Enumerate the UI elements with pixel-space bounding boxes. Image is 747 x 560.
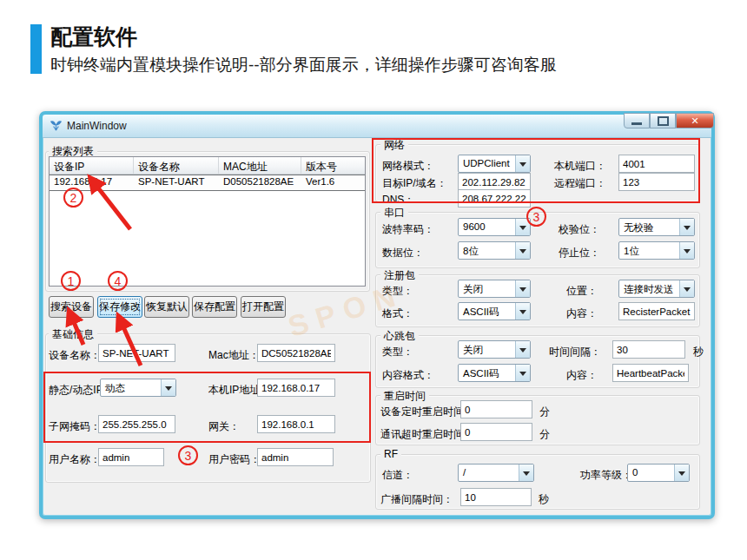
- broadcast-interval-unit: 秒: [539, 492, 549, 507]
- ip-mode-value: 动态: [101, 379, 161, 396]
- page-title: 配置软件: [50, 23, 137, 51]
- stop-bits-value: 1位: [619, 242, 679, 259]
- local-ip-field[interactable]: [257, 379, 335, 397]
- local-port-label: 本机端口：: [554, 159, 606, 174]
- column-header-mac[interactable]: MAC地址: [219, 157, 301, 175]
- network-mode-select[interactable]: UDPClient: [458, 155, 531, 173]
- target-ip-field[interactable]: [458, 173, 531, 191]
- register-content-field[interactable]: [618, 302, 695, 320]
- interval-label: 时间间隔：: [549, 345, 601, 359]
- cell-version[interactable]: Ver1.6: [301, 175, 365, 189]
- subnet-field[interactable]: [98, 415, 175, 433]
- baud-select[interactable]: 9600: [458, 218, 531, 236]
- chevron-down-icon[interactable]: [515, 341, 530, 358]
- timed-restart-field[interactable]: [460, 400, 532, 418]
- column-header-device-ip[interactable]: 设备IP: [50, 157, 134, 175]
- network-mode-label: 网络模式：: [382, 159, 434, 174]
- dns-field[interactable]: [458, 189, 531, 208]
- search-device-button[interactable]: 搜索设备: [49, 296, 94, 318]
- heartbeat-content-label: 内容：: [566, 368, 598, 383]
- timed-restart-unit: 分: [539, 405, 550, 419]
- parity-value: 无校验: [619, 219, 679, 235]
- device-name-field[interactable]: [98, 344, 175, 362]
- register-position-value: 连接时发送: [619, 280, 679, 297]
- save-changes-button[interactable]: 保存修改: [97, 296, 142, 318]
- channel-select[interactable]: /: [458, 464, 534, 482]
- restart-title: 重启时间: [380, 389, 429, 404]
- chevron-down-icon[interactable]: [679, 280, 694, 297]
- stop-bits-label: 停止位：: [559, 246, 600, 260]
- save-config-button[interactable]: 保存配置: [192, 296, 237, 318]
- power-level-value: 0: [628, 464, 674, 481]
- chevron-down-icon[interactable]: [161, 379, 175, 396]
- open-config-button[interactable]: 打开配置: [241, 296, 286, 318]
- ip-mode-select[interactable]: 动态: [100, 379, 176, 397]
- register-position-select[interactable]: 连接时发送: [618, 280, 695, 298]
- chevron-down-icon[interactable]: [515, 303, 530, 320]
- data-bits-label: 数据位：: [382, 246, 424, 260]
- chevron-down-icon[interactable]: [519, 464, 533, 481]
- register-type-select[interactable]: 关闭: [458, 280, 531, 298]
- maximize-icon: [658, 116, 669, 126]
- power-level-select[interactable]: 0: [627, 464, 690, 482]
- minimize-button[interactable]: [624, 113, 650, 128]
- interval-unit: 秒: [693, 345, 704, 359]
- window-titlebar[interactable]: [43, 115, 711, 138]
- heartbeat-type-value: 关闭: [459, 341, 515, 358]
- baud-label: 波特率码：: [382, 222, 434, 237]
- chevron-down-icon[interactable]: [515, 242, 530, 259]
- register-position-label: 位置：: [566, 284, 598, 299]
- password-field[interactable]: [257, 448, 334, 466]
- gateway-field[interactable]: [257, 415, 335, 433]
- local-port-field[interactable]: [618, 155, 695, 173]
- remote-port-label: 远程端口：: [554, 176, 606, 191]
- heartbeat-type-label: 类型：: [382, 345, 413, 359]
- target-ip-label: 目标IP/域名：: [382, 176, 447, 191]
- chevron-down-icon[interactable]: [679, 242, 694, 259]
- heartbeat-format-value: ASCII码: [459, 365, 515, 381]
- broadcast-interval-label: 广播间隔时间：: [380, 492, 453, 507]
- timeout-restart-field[interactable]: [460, 423, 532, 441]
- maximize-button[interactable]: [650, 113, 676, 128]
- register-format-value: ASCII码: [459, 303, 515, 320]
- chevron-down-icon[interactable]: [515, 219, 530, 235]
- column-header-device-name[interactable]: 设备名称: [134, 157, 219, 175]
- username-field[interactable]: [98, 448, 164, 466]
- interval-field[interactable]: [612, 340, 685, 359]
- chevron-down-icon[interactable]: [674, 464, 689, 481]
- close-icon: ✕: [691, 115, 698, 127]
- heartbeat-format-select[interactable]: ASCII码: [458, 364, 531, 382]
- serial-title: 串口: [380, 206, 408, 221]
- cell-device-ip[interactable]: 192.168.0.17: [50, 175, 134, 189]
- device-name-label: 设备名称：: [49, 348, 101, 363]
- chevron-down-icon[interactable]: [515, 365, 530, 381]
- register-format-select[interactable]: ASCII码: [458, 302, 531, 320]
- basic-info-title: 基础信息: [49, 327, 97, 342]
- accent-bar: [30, 24, 42, 74]
- close-button[interactable]: ✕: [676, 113, 714, 128]
- heartbeat-content-field[interactable]: [612, 364, 689, 382]
- mac-field[interactable]: [257, 344, 335, 362]
- rf-title: RF: [380, 448, 401, 460]
- stop-bits-select[interactable]: 1位: [618, 241, 695, 260]
- power-level-label: 功率等级：: [580, 468, 632, 483]
- chevron-down-icon[interactable]: [679, 219, 694, 235]
- parity-select[interactable]: 无校验: [618, 218, 695, 236]
- broadcast-interval-field[interactable]: [460, 488, 532, 506]
- cell-device-name[interactable]: SP-NET-UART: [134, 175, 219, 189]
- mac-label: Mac地址：: [208, 348, 260, 363]
- register-title: 注册包: [380, 268, 419, 283]
- heartbeat-type-select[interactable]: 关闭: [458, 340, 531, 359]
- page-subtitle: 时钟终端内置模块操作说明--部分界面展示，详细操作步骤可咨询客服: [50, 54, 557, 76]
- channel-label: 信道：: [382, 468, 413, 483]
- device-table: 设备IP 设备名称 MAC地址 版本号 192.168.0.17 SP-NET-…: [49, 156, 366, 287]
- baud-value: 9600: [459, 219, 515, 235]
- restore-default-button[interactable]: 恢复默认: [144, 296, 189, 318]
- username-label: 用户名称：: [49, 452, 101, 467]
- data-bits-select[interactable]: 8位: [458, 241, 531, 260]
- chevron-down-icon[interactable]: [515, 280, 530, 297]
- chevron-down-icon[interactable]: [515, 155, 530, 172]
- remote-port-field[interactable]: [618, 173, 695, 191]
- cell-mac[interactable]: D050521828AE: [219, 175, 301, 189]
- column-header-version[interactable]: 版本号: [301, 157, 365, 175]
